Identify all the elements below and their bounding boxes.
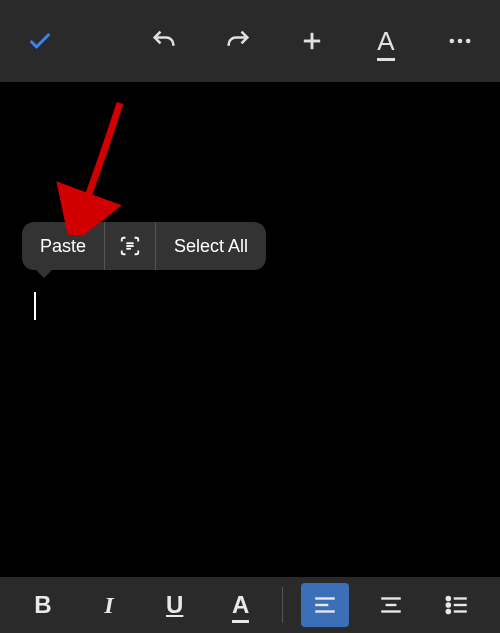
text-color-icon: A bbox=[232, 591, 249, 619]
align-left-icon bbox=[312, 592, 338, 618]
text-color-button[interactable]: A bbox=[217, 583, 265, 627]
top-toolbar: A bbox=[0, 0, 500, 82]
add-button[interactable] bbox=[290, 19, 334, 63]
more-horizontal-icon bbox=[446, 27, 474, 55]
svg-point-15 bbox=[447, 597, 450, 600]
text-cursor bbox=[34, 292, 36, 320]
more-button[interactable] bbox=[438, 19, 482, 63]
svg-point-4 bbox=[466, 39, 471, 44]
italic-button[interactable]: I bbox=[85, 583, 133, 627]
redo-icon bbox=[224, 27, 252, 55]
scan-menu-item[interactable] bbox=[105, 222, 155, 270]
toolbar-separator bbox=[282, 587, 283, 623]
check-icon bbox=[26, 27, 54, 55]
bold-button[interactable]: B bbox=[19, 583, 67, 627]
undo-icon bbox=[150, 27, 178, 55]
align-center-button[interactable] bbox=[367, 583, 415, 627]
context-menu: Paste Select All bbox=[22, 222, 266, 270]
scan-text-icon bbox=[119, 235, 141, 257]
confirm-button[interactable] bbox=[18, 19, 62, 63]
undo-button[interactable] bbox=[142, 19, 186, 63]
select-all-menu-item[interactable]: Select All bbox=[156, 222, 266, 270]
text-format-icon: A bbox=[377, 26, 394, 57]
align-center-icon bbox=[378, 592, 404, 618]
svg-point-19 bbox=[447, 610, 450, 613]
redo-button[interactable] bbox=[216, 19, 260, 63]
list-bullet-icon bbox=[444, 592, 470, 618]
svg-point-3 bbox=[458, 39, 463, 44]
svg-point-2 bbox=[450, 39, 455, 44]
editor-area[interactable] bbox=[0, 82, 500, 577]
bullet-list-button[interactable] bbox=[433, 583, 481, 627]
plus-icon bbox=[298, 27, 326, 55]
text-format-button[interactable]: A bbox=[364, 19, 408, 63]
bottom-toolbar: B I U A bbox=[0, 577, 500, 633]
paste-menu-item[interactable]: Paste bbox=[22, 222, 104, 270]
underline-button[interactable]: U bbox=[151, 583, 199, 627]
svg-point-17 bbox=[447, 603, 450, 606]
align-left-button[interactable] bbox=[301, 583, 349, 627]
